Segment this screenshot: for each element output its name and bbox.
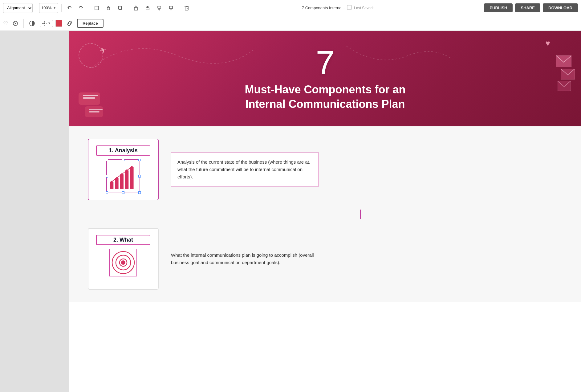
deco-chat-bubble-1 — [79, 92, 100, 105]
card-1-description: Analysis of the current state of the bus… — [171, 153, 319, 186]
doc-title: 7 Components Interna... — [302, 6, 345, 10]
left-panel — [0, 31, 69, 392]
svg-rect-5 — [119, 6, 121, 9]
card-2-description: What the internal communications plan is… — [171, 248, 319, 269]
deco-chat-bubble-2 — [85, 106, 103, 117]
handle-mr[interactable] — [138, 175, 141, 178]
bring-to-front-button[interactable] — [131, 4, 140, 12]
secondary-toolbar: ♡ ▼ Replace — [0, 16, 581, 31]
handle-bc[interactable] — [122, 191, 124, 194]
svg-rect-7 — [146, 8, 149, 10]
svg-rect-9 — [185, 7, 188, 10]
handle-tr[interactable] — [138, 159, 141, 161]
bring-forward-button[interactable] — [143, 4, 152, 12]
svg-rect-8 — [158, 6, 161, 8]
link-icon[interactable] — [10, 19, 20, 28]
crop-button[interactable] — [92, 4, 101, 12]
undo-button[interactable] — [65, 4, 74, 12]
center-area: 7 Components Interna... Last Saved: — [194, 5, 481, 11]
hero-number: 7 — [316, 46, 335, 80]
svg-rect-26 — [125, 170, 129, 189]
copy-button[interactable] — [116, 4, 125, 12]
brightness-icon — [42, 21, 47, 26]
hero-title: Must-Have Components for an Internal Com… — [245, 83, 405, 112]
handle-ml[interactable] — [106, 175, 108, 178]
handle-tl[interactable] — [106, 159, 108, 161]
svg-rect-23 — [110, 182, 114, 189]
card-2-title: 2. What — [96, 235, 150, 245]
hero-banner: ✈ ♥ 7 M — [69, 31, 581, 126]
handle-tc[interactable] — [122, 159, 124, 161]
divider-tb2-1 — [23, 19, 24, 28]
heart-icon[interactable]: ♡ — [3, 20, 8, 27]
svg-point-32 — [131, 166, 133, 168]
deco-circle-1 — [79, 43, 103, 68]
brightness-chevron-icon[interactable]: ▼ — [48, 22, 51, 25]
card-1[interactable]: 1. Analysis — [88, 139, 159, 200]
divider-1 — [36, 4, 36, 12]
chart-icon-container — [106, 159, 140, 193]
handle-br[interactable] — [138, 191, 141, 194]
svg-point-37 — [121, 260, 125, 265]
svg-point-31 — [126, 169, 128, 171]
deco-envelopes — [556, 55, 575, 91]
svg-rect-27 — [130, 167, 134, 189]
redo-button[interactable] — [76, 4, 86, 12]
svg-rect-2 — [95, 6, 99, 10]
bar-chart-svg — [108, 163, 138, 191]
main-toolbar: Alignment 100% ▼ 7 Components Interna — [0, 0, 581, 16]
card-2[interactable]: 2. What — [88, 228, 159, 290]
svg-rect-24 — [115, 178, 119, 189]
share-button[interactable]: SHARE — [515, 3, 540, 12]
target-svg — [111, 250, 136, 275]
canvas-content: ✈ ♥ 7 M — [69, 31, 581, 392]
cards-section: 1. Analysis — [69, 126, 581, 302]
send-backward-button[interactable] — [155, 4, 164, 12]
replace-button[interactable]: Replace — [77, 19, 104, 28]
svg-point-30 — [121, 174, 123, 175]
lock-button[interactable] — [104, 4, 113, 12]
divider-4 — [128, 4, 128, 12]
connector-1 — [360, 210, 361, 219]
svg-point-29 — [116, 177, 118, 179]
divider-2 — [61, 4, 62, 12]
download-button[interactable]: DOWNLOAD — [543, 3, 578, 12]
target-icon-container — [109, 249, 137, 276]
zoom-chevron-icon[interactable]: ▼ — [53, 6, 56, 10]
card-row-1: 1. Analysis — [88, 139, 563, 200]
canvas-area: ✈ ♥ 7 M — [0, 31, 581, 392]
zoom-value: 100% — [41, 6, 51, 10]
deco-heart-icon: ♥ — [546, 39, 550, 48]
send-to-back-button[interactable] — [166, 4, 176, 12]
publish-button[interactable]: PUBLISH — [484, 3, 513, 12]
card-row-2: 2. What — [88, 228, 563, 290]
checkbox-icon — [347, 5, 352, 11]
svg-rect-25 — [120, 174, 124, 189]
color-swatch[interactable] — [55, 20, 62, 27]
svg-point-28 — [111, 181, 113, 183]
card-1-title: 1. Analysis — [96, 145, 150, 156]
divider-5 — [179, 4, 179, 12]
handle-bl[interactable] — [106, 191, 108, 194]
delete-button[interactable] — [182, 4, 191, 12]
svg-point-15 — [43, 22, 45, 24]
svg-rect-12 — [347, 5, 351, 10]
divider-3 — [89, 4, 89, 12]
alignment-dropdown[interactable]: Alignment — [3, 3, 33, 13]
svg-rect-3 — [107, 8, 110, 10]
contrast-button[interactable] — [27, 19, 37, 28]
toolbar-right-actions: PUBLISH SHARE DOWNLOAD — [484, 3, 578, 12]
hyperlink-button[interactable] — [65, 19, 75, 28]
last-saved-label: Last Saved: — [354, 6, 373, 10]
